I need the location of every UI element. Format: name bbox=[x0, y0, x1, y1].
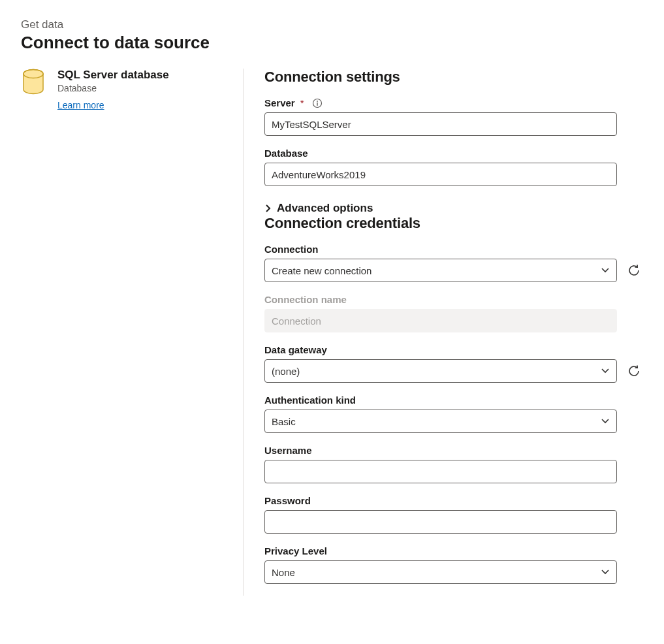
username-label: Username bbox=[264, 445, 643, 456]
refresh-connection-button[interactable] bbox=[625, 261, 643, 280]
svg-point-3 bbox=[317, 101, 318, 102]
connection-name-label: Connection name bbox=[264, 294, 643, 305]
connection-select[interactable]: Create new connection bbox=[264, 259, 617, 282]
username-input[interactable] bbox=[264, 460, 617, 483]
server-input[interactable] bbox=[264, 112, 617, 136]
authentication-kind-select-value: Basic bbox=[272, 416, 296, 427]
database-label: Database bbox=[264, 148, 643, 159]
chevron-down-icon bbox=[601, 418, 610, 425]
source-subtitle: Database bbox=[57, 83, 169, 93]
learn-more-link[interactable]: Learn more bbox=[57, 100, 104, 110]
authentication-kind-select[interactable]: Basic bbox=[264, 410, 617, 433]
page-title: Connect to data source bbox=[21, 33, 643, 53]
connection-name-input: Connection bbox=[264, 309, 617, 332]
refresh-gateway-button[interactable] bbox=[625, 362, 643, 380]
authentication-kind-label: Authentication kind bbox=[264, 394, 643, 406]
connection-select-value: Create new connection bbox=[272, 265, 372, 276]
required-indicator: * bbox=[300, 97, 304, 108]
svg-rect-4 bbox=[317, 102, 317, 105]
advanced-options-toggle[interactable]: Advanced options bbox=[264, 202, 373, 215]
chevron-down-icon bbox=[601, 368, 610, 374]
data-gateway-label: Data gateway bbox=[264, 344, 643, 355]
privacy-level-select[interactable]: None bbox=[264, 560, 617, 584]
data-gateway-select[interactable]: (none) bbox=[264, 359, 617, 383]
connection-credentials-heading: Connection credentials bbox=[264, 215, 643, 232]
connection-settings-heading: Connection settings bbox=[264, 69, 643, 86]
database-icon bbox=[21, 69, 47, 110]
database-input[interactable] bbox=[264, 163, 617, 186]
data-gateway-select-value: (none) bbox=[272, 366, 300, 377]
server-label: Server* bbox=[264, 97, 643, 108]
privacy-level-select-value: None bbox=[272, 567, 295, 578]
chevron-down-icon bbox=[601, 267, 610, 274]
breadcrumb: Get data bbox=[21, 18, 643, 31]
privacy-level-label: Privacy Level bbox=[264, 545, 643, 556]
chevron-right-icon bbox=[264, 204, 272, 213]
source-title: SQL Server database bbox=[57, 69, 169, 82]
connection-label: Connection bbox=[264, 244, 643, 255]
password-input[interactable] bbox=[264, 510, 617, 534]
chevron-down-icon bbox=[601, 569, 610, 575]
password-label: Password bbox=[264, 495, 643, 506]
info-icon[interactable] bbox=[312, 98, 323, 108]
